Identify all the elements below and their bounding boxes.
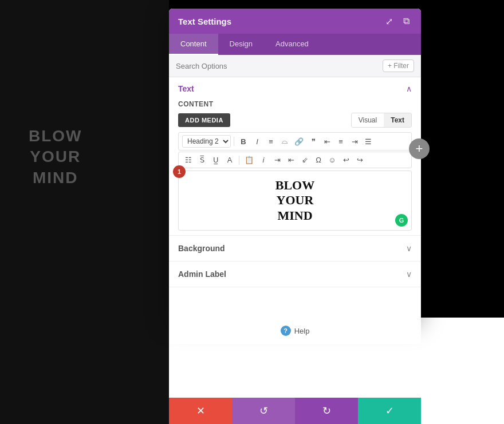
plus-button[interactable]: + [409,138,430,159]
text-section-chevron: ∧ [406,84,412,93]
redo-icon: ↻ [322,405,331,417]
tab-content[interactable]: Content [169,34,218,55]
visual-toggle[interactable]: Visual [352,113,384,127]
tab-design[interactable]: Design [218,34,264,55]
text-section-title: Text [178,84,194,93]
editor-area[interactable]: 1 BLOWYOURMIND G [178,171,412,231]
align-center-button[interactable]: ≡ [334,136,347,147]
undo-button[interactable]: ↩ [340,154,352,165]
undo-button[interactable]: ↺ [232,398,295,424]
background-section-title: Background [178,244,225,253]
paste-text-button[interactable]: 📋 [242,154,256,165]
redo-button[interactable]: ↻ [295,398,358,424]
text-section-header[interactable]: Text ∧ [169,77,421,100]
ordered-list-button[interactable]: ⌓ [278,136,291,147]
blockquote-button[interactable]: ❞ [307,136,320,147]
admin-label-section-header[interactable]: Admin Label ∨ [169,261,421,287]
underline-button[interactable]: U̲ [210,154,222,165]
editor-top-row: ADD MEDIA Visual Text [169,113,421,132]
add-media-button[interactable]: ADD MEDIA [178,113,230,127]
justify-button[interactable]: ☰ [362,136,375,147]
background-left [0,0,169,424]
text-settings-modal: Text Settings ⤢ ⧉ Content Design Advance… [169,9,421,320]
modal-header: Text Settings ⤢ ⧉ [169,9,421,34]
italic2-button[interactable]: i [257,154,270,165]
confirm-button[interactable]: ✓ [358,398,421,424]
admin-label-section: Admin Label ∨ [169,261,421,287]
toolbar-row-1: Heading 2 B I ≡ ⌓ 🔗 ❞ ⇤ ≡ ⇥ ☰ [178,132,412,150]
search-bar: + Filter [169,55,421,77]
cancel-icon: ✕ [196,405,205,417]
step-badge: 1 [173,165,186,178]
emoji-button[interactable]: ☺ [326,154,338,165]
toolbar-sep-1 [234,137,234,146]
fullscreen-button[interactable]: ⇙ [298,154,311,165]
color-button[interactable]: A [223,154,236,165]
background-text: BLOWYOURMIND [29,126,82,188]
table-button[interactable]: ☷ [182,154,195,165]
unordered-list-button[interactable]: ≡ [265,136,277,147]
search-input[interactable] [176,62,383,70]
special-chars-button[interactable]: Ω [312,154,325,165]
split-icon[interactable]: ⧉ [400,15,412,27]
grammarly-icon: G [395,214,408,227]
link-button[interactable]: 🔗 [292,136,306,147]
help-label[interactable]: Help [294,327,310,335]
content-label: Content [169,100,421,113]
help-icon: ? [281,326,291,336]
modal-title: Text Settings [178,17,231,26]
background-section: Background ∨ [169,236,421,261]
admin-label-section-title: Admin Label [178,270,226,279]
text-toggle[interactable]: Text [384,113,411,127]
help-row: ? Help [273,318,318,344]
toolbar-sep-2 [239,156,239,165]
heading-select[interactable]: Heading 2 [182,135,231,148]
expand-icon[interactable]: ⤢ [383,15,395,27]
tab-advanced[interactable]: Advanced [264,34,320,55]
text-section: Text ∧ Content ADD MEDIA Visual Text Hea… [169,77,421,236]
italic-button[interactable]: I [251,136,263,147]
editor-text[interactable]: BLOWYOURMIND [186,178,404,223]
filter-button[interactable]: + Filter [383,60,414,72]
filter-label: + Filter [388,62,409,70]
modal-tabs: Content Design Advanced [169,34,421,55]
visual-text-toggle: Visual Text [351,113,412,128]
redo-button[interactable]: ↪ [353,154,366,165]
indent-button[interactable]: ⇥ [271,154,284,165]
admin-label-chevron: ∨ [406,270,412,279]
align-left-button[interactable]: ⇤ [321,136,333,147]
strikethrough-button[interactable]: S̅ [196,154,208,165]
cancel-button[interactable]: ✕ [169,398,232,424]
background-chevron: ∨ [406,244,412,253]
background-section-header[interactable]: Background ∨ [169,236,421,261]
confirm-icon: ✓ [385,405,394,417]
toolbar-row-2: ☷ S̅ U̲ A 📋 i ⇥ ⇤ ⇙ Ω ☺ ↩ ↪ [178,152,412,168]
undo-icon: ↺ [259,405,268,417]
modal-bottom: ? Help [169,318,421,344]
align-right-button[interactable]: ⇥ [348,136,361,147]
modal-header-icons: ⤢ ⧉ [383,15,412,27]
bold-button[interactable]: B [237,136,250,147]
editor-toolbar: Heading 2 B I ≡ ⌓ 🔗 ❞ ⇤ ≡ ⇥ ☰ ☷ S̅ [169,132,421,168]
modal-content: Text ∧ Content ADD MEDIA Visual Text Hea… [169,77,421,320]
outdent-button[interactable]: ⇤ [285,154,297,165]
action-bar: ✕ ↺ ↻ ✓ [169,398,421,424]
